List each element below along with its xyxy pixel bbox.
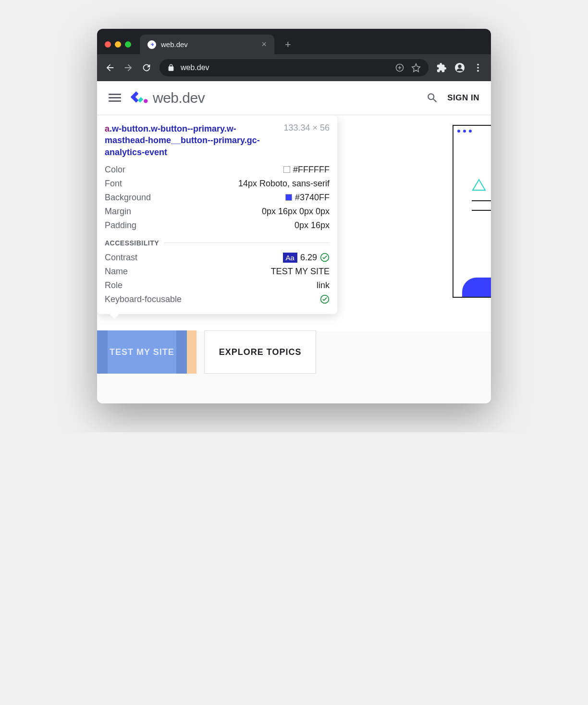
add-circle-icon[interactable] [395, 63, 404, 73]
forward-icon[interactable] [123, 62, 134, 73]
aa-badge: Aa [283, 253, 297, 263]
logo-icon [130, 90, 149, 106]
logo-text: web.dev [153, 90, 205, 106]
tab-title: web.dev [161, 40, 188, 49]
element-dimensions: 133.34 × 56 [283, 123, 330, 158]
check-circle-icon [320, 253, 330, 262]
reload-icon[interactable] [141, 62, 152, 73]
hamburger-menu[interactable] [109, 92, 121, 104]
a11y-row-contrast: Contrast Aa 6.29 [105, 251, 330, 265]
test-my-site-button[interactable]: TEST MY SITE [97, 330, 196, 374]
site-logo[interactable]: web.dev [130, 90, 205, 106]
browser-tab[interactable]: web.dev × [140, 35, 274, 54]
style-row-color: Color #FFFFFF [105, 163, 330, 177]
search-icon[interactable] [426, 92, 439, 104]
site-header: web.dev SIGN IN [97, 81, 491, 115]
style-row-margin: Margin 0px 16px 0px 0px [105, 205, 330, 219]
lock-icon [167, 64, 175, 72]
triangle-icon [472, 179, 486, 191]
browser-toolbar: web.dev [97, 54, 491, 81]
box-model-margin [187, 330, 196, 374]
a11y-section-header: ACCESSIBILITY [105, 239, 330, 247]
element-selector: a.w-button.w-button--primary.w-masthead-… [105, 123, 278, 158]
check-circle-icon [320, 294, 330, 304]
favicon-icon [147, 40, 156, 49]
maximize-window-button[interactable] [125, 41, 131, 48]
extensions-icon[interactable] [436, 62, 447, 73]
browser-window: web.dev × + web.dev web.dev [97, 29, 491, 403]
a11y-row-keyboard: Keyboard-focusable [105, 292, 330, 306]
menu-icon[interactable] [473, 62, 483, 73]
style-row-background: Background #3740FF [105, 191, 330, 205]
svg-point-5 [477, 70, 479, 72]
close-window-button[interactable] [105, 41, 111, 48]
bg-swatch [285, 194, 292, 201]
back-icon[interactable] [105, 62, 115, 73]
style-row-padding: Padding 0px 16px [105, 219, 330, 232]
svg-point-3 [477, 64, 479, 66]
window-controls [105, 41, 131, 48]
page-content: re of your own nd analysis a.w-button.w-… [97, 115, 491, 403]
profile-icon[interactable] [454, 62, 465, 73]
address-bar[interactable]: web.dev [159, 59, 429, 76]
box-model-padding [176, 330, 187, 374]
close-tab-icon[interactable]: × [261, 39, 267, 49]
explore-topics-button[interactable]: EXPLORE TOPICS [204, 330, 317, 374]
browser-tabstrip: web.dev × + [97, 29, 491, 54]
button-label: EXPLORE TOPICS [219, 347, 302, 357]
svg-point-4 [477, 67, 479, 69]
hero-illustration [453, 125, 491, 298]
a11y-row-role: Role link [105, 279, 330, 292]
button-label: TEST MY SITE [108, 330, 176, 374]
svg-point-6 [144, 99, 147, 103]
svg-point-2 [458, 65, 461, 68]
url-text: web.dev [181, 63, 209, 72]
style-row-font: Font 14px Roboto, sans-serif [105, 177, 330, 191]
new-tab-button[interactable]: + [279, 38, 297, 51]
minimize-window-button[interactable] [115, 41, 121, 48]
a11y-row-name: Name TEST MY SITE [105, 265, 330, 279]
devtools-inspect-tooltip: a.w-button.w-button--primary.w-masthead-… [97, 115, 337, 314]
signin-link[interactable]: SIGN IN [447, 93, 479, 103]
star-icon[interactable] [411, 63, 421, 73]
box-model-padding [97, 330, 108, 374]
cta-button-row: TEST MY SITE EXPLORE TOPICS [97, 330, 316, 374]
